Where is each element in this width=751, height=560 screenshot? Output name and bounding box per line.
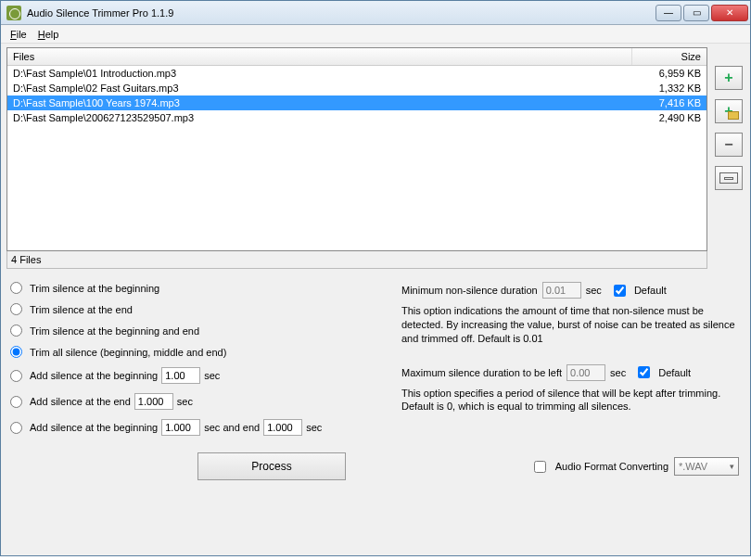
table-row[interactable]: D:\Fast Sample\01 Introduction.mp36,959 … [7, 66, 706, 81]
max-silence-desc: This option specifies a period of silenc… [401, 387, 741, 414]
add-end-seconds-input[interactable] [134, 393, 173, 410]
titlebar: Audio Silence Trimmer Pro 1.1.9 — ▭ ✕ [1, 1, 750, 25]
minimize-button[interactable]: — [656, 5, 681, 21]
options-right: Minimum non-silence duration sec Default… [401, 282, 745, 436]
list-header: Files Size [7, 48, 706, 66]
max-silence-row: Maximum silence duration to be left sec … [401, 364, 741, 381]
window-controls: — ▭ ✕ [656, 5, 748, 21]
maximize-button[interactable]: ▭ [683, 5, 709, 21]
upper-pane: Files Size D:\Fast Sample\01 Introductio… [6, 47, 745, 269]
add-folder-button[interactable]: + [715, 99, 743, 123]
clear-list-button[interactable] [715, 166, 743, 190]
app-window: Audio Silence Trimmer Pro 1.1.9 — ▭ ✕ Fi… [0, 0, 751, 556]
format-combo[interactable]: *.WAV ▾ [674, 457, 739, 476]
options-left: Trim silence at the beginning Trim silen… [6, 282, 383, 436]
max-silence-input[interactable] [566, 364, 605, 381]
process-button[interactable]: Process [197, 452, 346, 480]
add-file-button[interactable]: + [715, 66, 743, 90]
file-path: D:\Fast Sample\01 Introduction.mp3 [7, 67, 632, 80]
remove-file-button[interactable]: − [715, 133, 743, 157]
side-buttons: + + − [713, 47, 745, 269]
table-row[interactable]: D:\Fast Sample\02 Fast Guitars.mp31,332 … [7, 81, 706, 95]
app-icon [6, 6, 21, 20]
chevron-down-icon: ▾ [730, 462, 734, 471]
radio-trim-both[interactable]: Trim silence at the beginning and end [10, 325, 383, 337]
add-begin-seconds-input[interactable] [161, 367, 200, 384]
add-both-begin-input[interactable] [161, 419, 200, 436]
add-both-end-input[interactable] [263, 419, 302, 436]
table-row[interactable]: D:\Fast Sample\200627123529507.mp32,490 … [7, 110, 706, 125]
options-pane: Trim silence at the beginning Trim silen… [6, 282, 745, 436]
file-path: D:\Fast Sample\100 Years 1974.mp3 [7, 96, 632, 109]
radio-trim-all[interactable]: Trim all silence (beginning, middle and … [10, 346, 383, 358]
file-size: 2,490 KB [632, 111, 706, 124]
close-button[interactable]: ✕ [711, 5, 748, 21]
file-path: D:\Fast Sample\02 Fast Guitars.mp3 [7, 82, 632, 95]
radio-trim-beginning[interactable]: Trim silence at the beginning [10, 282, 383, 294]
max-default-checkbox[interactable] [638, 366, 650, 378]
file-size: 1,332 KB [632, 82, 706, 95]
menu-help[interactable]: Help [34, 27, 63, 42]
min-default-checkbox[interactable] [614, 285, 626, 297]
convert-checkbox[interactable] [534, 461, 546, 473]
menu-file[interactable]: File [6, 27, 31, 42]
header-files[interactable]: Files [7, 48, 632, 65]
file-size: 6,959 KB [632, 67, 706, 80]
header-size[interactable]: Size [632, 48, 706, 65]
file-count: 4 Files [6, 251, 707, 269]
file-path: D:\Fast Sample\200627123529507.mp3 [7, 111, 632, 124]
table-row[interactable]: D:\Fast Sample\100 Years 1974.mp37,416 K… [7, 95, 706, 110]
file-list[interactable]: Files Size D:\Fast Sample\01 Introductio… [6, 47, 707, 251]
convert-row: Audio Format Converting *.WAV ▾ [534, 457, 739, 476]
min-nonsilence-desc: This option indications the amount of ti… [401, 304, 741, 346]
radio-add-both: Add silence at the beginning sec and end… [10, 419, 383, 436]
radio-add-beginning: Add silence at the beginning sec [10, 367, 383, 384]
file-list-wrap: Files Size D:\Fast Sample\01 Introductio… [6, 47, 707, 269]
file-size: 7,416 KB [632, 96, 706, 109]
min-nonsilence-row: Minimum non-silence duration sec Default [401, 282, 741, 299]
window-title: Audio Silence Trimmer Pro 1.1.9 [27, 7, 656, 19]
min-nonsilence-input[interactable] [542, 282, 581, 299]
menubar: File Help [1, 25, 750, 44]
client-area: Files Size D:\Fast Sample\01 Introductio… [1, 44, 750, 555]
radio-add-end: Add silence at the end sec [10, 393, 383, 410]
bottom-bar: Process Audio Format Converting *.WAV ▾ [6, 452, 745, 480]
radio-trim-end[interactable]: Trim silence at the end [10, 303, 383, 315]
